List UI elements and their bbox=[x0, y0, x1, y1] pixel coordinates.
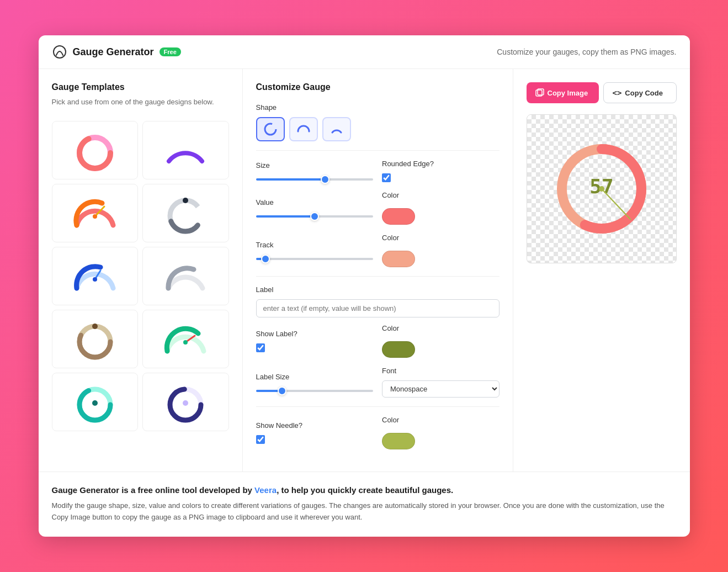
app-title: Gauge Generator bbox=[73, 46, 154, 58]
needle-color-label: Color bbox=[382, 416, 499, 424]
gauge-template-5[interactable] bbox=[52, 247, 139, 305]
templates-description: Pick and use from one of the gauge desig… bbox=[52, 97, 229, 108]
gauge-template-1[interactable] bbox=[52, 121, 139, 179]
svg-point-14 bbox=[183, 340, 188, 345]
value-color-label: Color bbox=[382, 191, 499, 199]
svg-point-12 bbox=[92, 324, 98, 329]
svg-point-20 bbox=[183, 400, 188, 406]
templates-panel: Gauge Templates Pick and use from one of… bbox=[39, 69, 243, 472]
show-label-label: Show Label? bbox=[256, 330, 374, 338]
copy-image-button[interactable]: Copy Image bbox=[527, 82, 599, 103]
value-slider[interactable] bbox=[256, 215, 374, 218]
svg-point-21 bbox=[265, 124, 276, 135]
label-size-label: Label Size bbox=[256, 373, 374, 381]
show-needle-checkbox[interactable] bbox=[256, 435, 265, 444]
show-label-row: Show Label? Color bbox=[256, 324, 499, 358]
gauge-template-10[interactable] bbox=[142, 373, 229, 431]
free-badge: Free bbox=[160, 47, 181, 56]
needle-color-wrap: Color bbox=[382, 416, 499, 449]
gauge-template-7[interactable] bbox=[52, 310, 139, 368]
label-input[interactable] bbox=[256, 299, 499, 317]
label-color-swatch[interactable] bbox=[382, 341, 415, 358]
gauge-template-4[interactable] bbox=[142, 184, 229, 242]
app-container: Gauge Generator Free Customize your gaug… bbox=[39, 35, 690, 537]
size-label: Size bbox=[256, 161, 374, 170]
footer-title: Gauge Generator is a free online tool de… bbox=[52, 485, 677, 495]
label-section-label: Label bbox=[256, 285, 499, 294]
footer-title-start: Gauge Generator is a free online tool de… bbox=[52, 485, 255, 495]
templates-title: Gauge Templates bbox=[52, 82, 229, 92]
label-size-slider[interactable] bbox=[256, 390, 374, 392]
header: Gauge Generator Free Customize your gaug… bbox=[39, 35, 690, 69]
header-subtitle: Customize your gauges, copy them as PNG … bbox=[497, 47, 676, 56]
show-label-checkbox[interactable] bbox=[256, 343, 265, 352]
shape-label: Shape bbox=[256, 103, 499, 112]
svg-point-4 bbox=[93, 214, 97, 219]
gauge-logo-icon bbox=[52, 44, 67, 60]
track-slider-wrap: Track bbox=[256, 241, 374, 260]
rounded-edge-wrap: Rounded Edge? bbox=[382, 160, 499, 182]
show-needle-label: Show Needle? bbox=[256, 421, 374, 430]
label-color-label: Color bbox=[382, 324, 499, 332]
value-label: Value bbox=[256, 198, 374, 206]
label-size-row: Label Size Font Monospace Sans-serif Ser… bbox=[256, 367, 499, 398]
font-label: Font bbox=[382, 367, 499, 375]
track-color-label: Color bbox=[382, 234, 499, 242]
gauge-preview-area: 57 bbox=[527, 114, 677, 263]
copy-image-label: Copy Image bbox=[548, 89, 588, 97]
track-color-swatch[interactable] bbox=[382, 251, 415, 267]
svg-line-27 bbox=[602, 189, 630, 219]
track-row: Track Color bbox=[256, 234, 499, 267]
label-size-slider-wrap: Label Size bbox=[256, 373, 374, 392]
customize-title: Customize Gauge bbox=[256, 82, 499, 92]
copy-image-icon bbox=[535, 88, 544, 97]
show-label-wrap: Show Label? bbox=[256, 330, 374, 352]
value-color-wrap: Color bbox=[382, 191, 499, 225]
gauge-grid bbox=[52, 121, 229, 431]
svg-point-7 bbox=[183, 198, 188, 203]
shape-arc[interactable] bbox=[322, 117, 351, 141]
value-slider-wrap: Value bbox=[256, 198, 374, 218]
gauge-template-3[interactable] bbox=[52, 184, 139, 242]
svg-point-9 bbox=[93, 277, 97, 282]
size-slider-wrap: Size bbox=[256, 161, 374, 181]
svg-point-28 bbox=[599, 186, 604, 192]
svg-point-17 bbox=[92, 400, 98, 406]
value-row: Value Color bbox=[256, 191, 499, 225]
copy-code-label: Copy Code bbox=[625, 89, 663, 97]
copy-code-button[interactable]: <> Copy Code bbox=[603, 82, 677, 103]
value-color-swatch[interactable] bbox=[382, 208, 415, 225]
label-color-wrap: Color bbox=[382, 324, 499, 358]
gauge-template-6[interactable] bbox=[142, 247, 229, 305]
action-buttons: Copy Image <> Copy Code bbox=[527, 82, 677, 103]
gauge-template-2[interactable] bbox=[142, 121, 229, 179]
rounded-edge-label: Rounded Edge? bbox=[382, 160, 499, 168]
font-select[interactable]: Monospace Sans-serif Serif Arial Courier bbox=[382, 380, 499, 398]
shape-full-circle[interactable] bbox=[256, 117, 285, 141]
footer-link[interactable]: Veera bbox=[254, 485, 277, 495]
customize-panel: Customize Gauge Shape Size bbox=[243, 69, 513, 472]
show-needle-wrap: Show Needle? bbox=[256, 421, 374, 444]
footer-title-end: , to help you quickly create beautiful g… bbox=[277, 485, 453, 495]
header-left: Gauge Generator Free bbox=[52, 44, 181, 60]
track-label: Track bbox=[256, 241, 374, 249]
gauge-template-9[interactable] bbox=[52, 373, 139, 431]
shape-half-top[interactable] bbox=[289, 117, 318, 141]
needle-row: Show Needle? Color bbox=[256, 416, 499, 449]
size-row: Size Rounded Edge? bbox=[256, 160, 499, 182]
font-wrap: Font Monospace Sans-serif Serif Arial Co… bbox=[382, 367, 499, 398]
rounded-edge-checkbox[interactable] bbox=[382, 173, 391, 182]
track-slider[interactable] bbox=[256, 258, 374, 260]
gauge-preview-svg: 57 bbox=[546, 134, 657, 244]
gauge-template-8[interactable] bbox=[142, 310, 229, 368]
copy-code-icon: <> bbox=[613, 88, 622, 97]
footer-description: Modify the gauge shape, size, value and … bbox=[52, 500, 677, 523]
preview-panel: Copy Image <> Copy Code 57 bbox=[513, 69, 690, 472]
main-content: Gauge Templates Pick and use from one of… bbox=[39, 69, 690, 472]
track-color-wrap: Color bbox=[382, 234, 499, 267]
shape-options bbox=[256, 117, 499, 141]
needle-color-swatch[interactable] bbox=[382, 433, 415, 449]
footer: Gauge Generator is a free online tool de… bbox=[39, 472, 690, 537]
size-slider[interactable] bbox=[256, 178, 374, 181]
